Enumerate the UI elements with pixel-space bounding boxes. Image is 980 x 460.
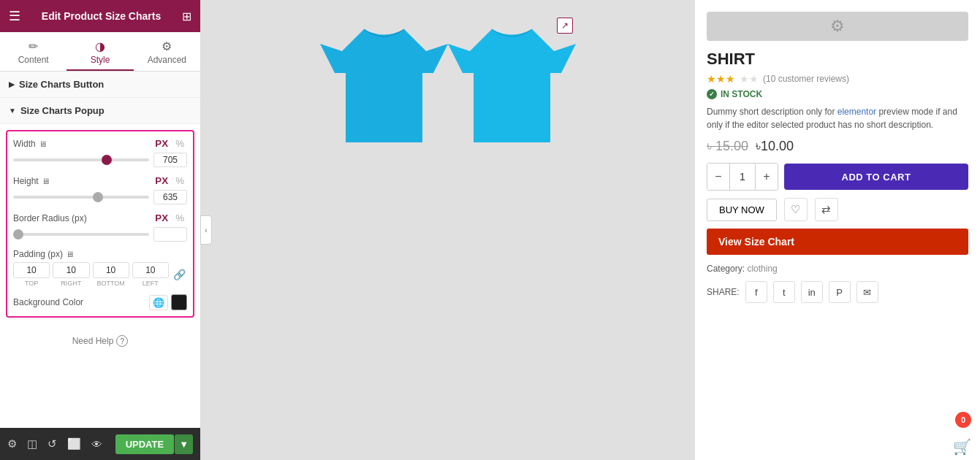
buy-now-button[interactable]: BUY NOW	[707, 199, 777, 221]
height-label-row: Height 🖥 PX %	[13, 175, 187, 187]
padding-top-input[interactable]	[13, 262, 50, 278]
border-radius-input[interactable]	[153, 227, 187, 242]
padding-monitor-icon: 🖥	[66, 250, 74, 258]
layers-bottom-icon[interactable]: ◫	[27, 437, 37, 451]
color-swatch[interactable]	[171, 294, 187, 310]
need-help-section: Need Help ?	[0, 323, 200, 359]
padding-link-icon[interactable]: 🔗	[172, 269, 187, 280]
color-globe-btn[interactable]: 🌐	[149, 295, 168, 310]
add-to-cart-button[interactable]: ADD TO CART	[784, 164, 968, 190]
preview-bottom-icon[interactable]: 👁	[91, 438, 102, 451]
compare-icon[interactable]: ⇄	[815, 198, 838, 221]
size-charts-button-section[interactable]: ▶ Size Charts Button	[0, 72, 200, 98]
height-px-btn[interactable]: PX	[152, 175, 171, 187]
stars-row: ★★★★★ (10 customer reviews)	[707, 73, 968, 85]
border-radius-label: Border Radius (px)	[13, 213, 87, 223]
tab-style-label: Style	[91, 55, 110, 65]
height-slider[interactable]	[13, 196, 149, 199]
tab-style[interactable]: ◑ Style	[67, 32, 133, 71]
quantity-input[interactable]	[729, 164, 756, 190]
width-input[interactable]	[153, 153, 187, 167]
border-radius-slider[interactable]	[13, 233, 149, 236]
padding-label-row: Padding (px) 🖥	[13, 249, 187, 259]
elementor-link[interactable]: elementor	[837, 107, 876, 117]
width-label-row: Width 🖥 PX %	[13, 137, 187, 150]
border-radius-pct-btn[interactable]: %	[172, 212, 187, 224]
height-input[interactable]	[153, 190, 187, 204]
panel-tabs: ✏ Content ◑ Style ⚙ Advanced	[0, 32, 200, 72]
product-stars: ★★★	[707, 73, 735, 85]
advanced-tab-icon: ⚙	[162, 39, 172, 53]
notification-badge[interactable]: 0	[955, 412, 971, 428]
category-value[interactable]: clothing	[747, 264, 777, 274]
width-control: Width 🖥 PX %	[13, 137, 187, 167]
padding-bottom-label: BOTTOM	[96, 280, 124, 287]
padding-top-box: TOP	[13, 262, 50, 287]
need-help-text: Need Help	[72, 336, 114, 346]
panel-collapse-btn[interactable]: ‹	[200, 215, 212, 245]
border-radius-label-row: Border Radius (px) PX %	[13, 212, 187, 224]
tab-content[interactable]: ✏ Content	[0, 32, 67, 71]
padding-right-box: RIGHT	[53, 262, 89, 287]
history-bottom-icon[interactable]: ↺	[48, 437, 57, 451]
settings-bottom-icon[interactable]: ⚙	[7, 437, 17, 451]
wishlist-icon[interactable]: ♡	[784, 198, 808, 221]
width-px-btn[interactable]: PX	[152, 137, 171, 150]
bottom-bar: ⚙ ◫ ↺ ⬜ 👁 UPDATE ▼	[0, 428, 200, 460]
padding-top-label: TOP	[25, 280, 38, 287]
placeholder-icon: ⚙	[830, 17, 845, 36]
height-label: Height 🖥	[13, 176, 50, 186]
panel-header: ☰ Edit Product Size Charts ⊞	[0, 0, 200, 32]
share-linkedin-icon[interactable]: in	[801, 281, 823, 303]
buy-row: BUY NOW ♡ ⇄	[707, 198, 968, 221]
tshirt-left	[320, 15, 448, 153]
size-charts-popup-label: Size Charts Popup	[20, 105, 105, 116]
popup-controls-section: Width 🖥 PX %	[6, 130, 194, 318]
product-image-wrapper: ↗	[320, 15, 576, 153]
product-reviews[interactable]: (10 customer reviews)	[763, 74, 849, 84]
share-email-icon[interactable]: ✉	[856, 281, 878, 303]
width-label: Width 🖥	[13, 139, 47, 149]
padding-right-input[interactable]	[53, 262, 89, 278]
share-twitter-icon[interactable]: t	[773, 281, 795, 303]
tab-advanced[interactable]: ⚙ Advanced	[134, 32, 200, 71]
instock-text: IN STOCK	[721, 89, 762, 99]
quantity-decrease-btn[interactable]: −	[707, 164, 729, 190]
quantity-increase-btn[interactable]: +	[756, 164, 778, 190]
share-facebook-icon[interactable]: f	[745, 281, 767, 303]
product-desc: Dummy short description only for element…	[707, 105, 968, 131]
responsive-bottom-icon[interactable]: ⬜	[67, 437, 81, 451]
price-row: ৳ 15.00 ৳10.00	[707, 139, 968, 154]
border-radius-control: Border Radius (px) PX %	[13, 212, 187, 242]
grid-icon[interactable]: ⊞	[182, 9, 191, 23]
share-pinterest-icon[interactable]: P	[829, 281, 851, 303]
border-radius-px-btn[interactable]: PX	[152, 212, 171, 224]
instock-checkmark-icon: ✓	[707, 89, 717, 99]
expand-icon[interactable]: ↗	[557, 18, 573, 34]
update-dropdown-btn[interactable]: ▼	[175, 434, 193, 454]
border-radius-unit-selector: PX %	[152, 212, 187, 224]
padding-left-input[interactable]	[132, 262, 169, 278]
cart-icon[interactable]: 🛒	[953, 438, 971, 456]
update-button[interactable]: UPDATE	[115, 434, 174, 454]
panel-title: Edit Product Size Charts	[42, 10, 161, 22]
size-charts-popup-section[interactable]: ▼ Size Charts Popup	[0, 98, 200, 124]
width-unit-selector: PX %	[152, 137, 187, 150]
padding-left-box: LEFT	[132, 262, 169, 287]
tshirt-right	[448, 15, 576, 153]
width-pct-btn[interactable]: %	[172, 137, 187, 150]
share-label: SHARE:	[707, 287, 740, 297]
border-radius-slider-wrap	[13, 227, 149, 242]
product-title: SHIRT	[707, 50, 968, 69]
width-slider[interactable]	[13, 158, 149, 161]
padding-label: Padding (px) 🖥	[13, 249, 74, 259]
help-circle-icon[interactable]: ?	[116, 335, 128, 347]
height-slider-row	[13, 190, 187, 204]
panel-content: ▶ Size Charts Button ▼ Size Charts Popup…	[0, 72, 200, 428]
view-size-chart-button[interactable]: View Size Chart	[707, 229, 968, 255]
hamburger-icon[interactable]: ☰	[9, 8, 20, 24]
height-pct-btn[interactable]: %	[172, 175, 187, 187]
category-label: Category:	[707, 264, 745, 274]
padding-bottom-input[interactable]	[93, 262, 129, 278]
size-charts-button-label: Size Charts Button	[19, 79, 104, 90]
